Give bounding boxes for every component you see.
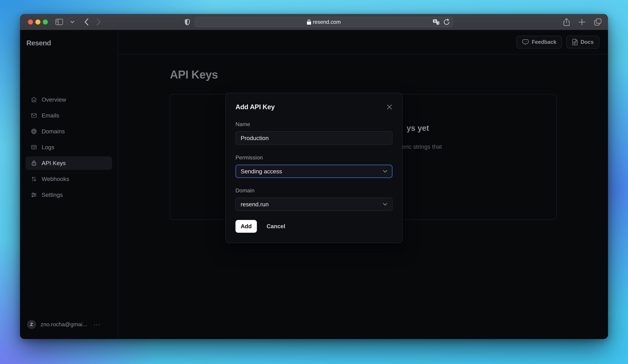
address-bar[interactable]: resend.com A 文 <box>195 17 453 27</box>
url-lock-icon <box>307 19 311 25</box>
sidebar-item-emails[interactable]: Emails <box>26 109 112 122</box>
permission-select[interactable]: Sending access <box>236 165 392 178</box>
lock-icon <box>31 160 37 166</box>
user-menu-ellipsis-icon[interactable]: ··· <box>93 321 100 328</box>
docs-button[interactable]: Docs <box>566 36 599 49</box>
home-icon <box>31 96 37 103</box>
svg-text:文: 文 <box>438 22 440 24</box>
docs-icon <box>572 39 578 45</box>
minimize-window-button[interactable] <box>35 19 40 24</box>
user-email: zno.rocha@gmai... <box>41 321 87 328</box>
translate-icon[interactable]: A 文 <box>433 19 440 25</box>
sidebar-item-settings[interactable]: Settings <box>26 188 112 202</box>
feedback-button[interactable]: Feedback <box>517 36 562 49</box>
feedback-label: Feedback <box>532 39 556 45</box>
forward-icon[interactable] <box>96 18 101 26</box>
close-icon[interactable] <box>386 104 392 110</box>
new-tab-icon[interactable] <box>578 18 586 26</box>
mail-icon <box>31 112 37 119</box>
docs-label: Docs <box>581 39 594 45</box>
sidebar-toggle-icon[interactable] <box>55 19 63 25</box>
desktop-background: resend.com A 文 <box>0 0 628 364</box>
domain-value: resend.run <box>241 201 269 208</box>
sidebar: Resend Overview <box>20 30 118 339</box>
sidebar-item-api-keys[interactable]: API Keys <box>26 156 112 170</box>
sidebar-nav: Overview Emails <box>26 93 112 202</box>
add-button[interactable]: Add <box>236 220 257 233</box>
sidebar-item-label: API Keys <box>42 160 66 167</box>
sidebar-item-overview[interactable]: Overview <box>26 93 112 107</box>
domain-label: Domain <box>236 187 392 194</box>
user-account[interactable]: Z zno.rocha@gmai... ··· <box>27 320 100 329</box>
sidebar-item-webhooks[interactable]: Webhooks <box>26 172 112 186</box>
arrows-icon <box>31 176 37 182</box>
chevron-down-icon <box>383 170 387 173</box>
zoom-window-button[interactable] <box>43 19 48 24</box>
svg-text:A: A <box>434 20 436 23</box>
sidebar-item-label: Emails <box>42 112 59 119</box>
logs-icon <box>31 144 37 150</box>
browser-window: resend.com A 文 <box>20 14 608 339</box>
privacy-shield-icon[interactable] <box>184 18 190 26</box>
resend-logo: Resend <box>26 30 118 47</box>
cancel-button[interactable]: Cancel <box>267 223 285 230</box>
page-title: API Keys <box>170 68 218 81</box>
modal-title: Add API Key <box>236 103 275 111</box>
toolbar-separator <box>67 18 67 25</box>
avatar: Z <box>27 320 36 329</box>
globe-icon <box>31 128 37 134</box>
name-label: Name <box>236 121 392 127</box>
sidebar-item-label: Webhooks <box>42 176 69 182</box>
share-icon[interactable] <box>563 18 570 26</box>
reload-icon[interactable] <box>444 19 450 26</box>
empty-state-body-fragment: eric strings that <box>402 143 442 150</box>
sidebar-item-label: Logs <box>42 144 54 151</box>
sidebar-item-label: Overview <box>42 96 66 103</box>
tab-overview-icon[interactable] <box>594 18 602 26</box>
sliders-icon <box>31 192 37 198</box>
chevron-down-icon[interactable] <box>70 20 75 23</box>
permission-value: Sending access <box>241 168 282 175</box>
window-controls <box>20 19 48 24</box>
chevron-down-icon <box>383 203 387 206</box>
app-header: Feedback Docs <box>118 30 608 55</box>
name-input[interactable] <box>236 131 392 145</box>
empty-state-heading-fragment: ys yet <box>406 123 429 133</box>
browser-titlebar: resend.com A 文 <box>20 14 608 30</box>
feedback-bubble-icon <box>522 39 529 45</box>
domain-select[interactable]: resend.run <box>236 197 392 211</box>
url-text: resend.com <box>313 19 341 25</box>
sidebar-item-domains[interactable]: Domains <box>26 124 112 138</box>
back-icon[interactable] <box>84 18 88 26</box>
sidebar-item-label: Domains <box>42 128 65 135</box>
sidebar-item-logs[interactable]: Logs <box>26 140 112 154</box>
permission-label: Permission <box>236 154 392 161</box>
add-api-key-modal: Add API Key Name Permission Sending acce… <box>226 93 402 243</box>
close-window-button[interactable] <box>28 19 33 24</box>
sidebar-item-label: Settings <box>42 191 63 198</box>
